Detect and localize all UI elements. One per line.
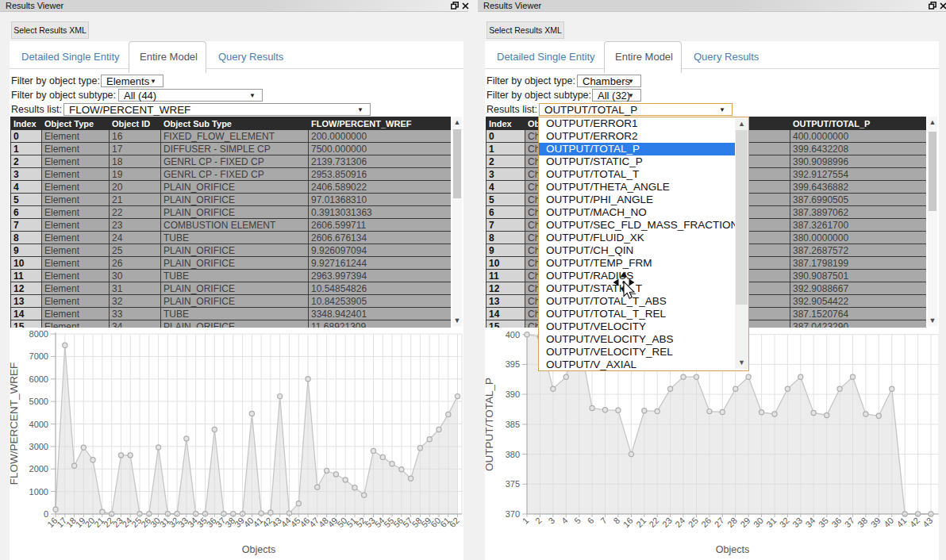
svg-text:27: 27 bbox=[713, 516, 726, 529]
svg-text:28: 28 bbox=[725, 516, 739, 529]
svg-text:380: 380 bbox=[506, 450, 520, 459]
svg-text:16: 16 bbox=[621, 516, 635, 529]
svg-text:400: 400 bbox=[506, 330, 520, 339]
svg-text:6000: 6000 bbox=[29, 374, 48, 384]
svg-text:43: 43 bbox=[921, 516, 934, 529]
svg-text:Objects: Objects bbox=[716, 544, 749, 555]
svg-text:4000: 4000 bbox=[29, 420, 48, 429]
svg-text:36: 36 bbox=[829, 516, 843, 529]
svg-text:6: 6 bbox=[586, 516, 596, 526]
svg-text:2000: 2000 bbox=[29, 464, 48, 474]
svg-text:37: 37 bbox=[843, 516, 856, 529]
svg-text:7: 7 bbox=[598, 516, 609, 526]
svg-text:4: 4 bbox=[560, 516, 570, 526]
svg-text:3000: 3000 bbox=[29, 442, 48, 451]
svg-text:370: 370 bbox=[506, 509, 520, 519]
svg-text:32: 32 bbox=[778, 516, 791, 529]
svg-text:23: 23 bbox=[660, 516, 674, 529]
svg-text:8000: 8000 bbox=[29, 329, 48, 339]
svg-text:385: 385 bbox=[506, 420, 520, 429]
svg-text:26: 26 bbox=[699, 516, 713, 529]
svg-text:30: 30 bbox=[752, 516, 765, 529]
svg-text:375: 375 bbox=[506, 479, 520, 489]
svg-text:390: 390 bbox=[506, 389, 520, 399]
svg-text:40: 40 bbox=[882, 516, 895, 529]
svg-text:41: 41 bbox=[894, 516, 908, 529]
svg-text:7000: 7000 bbox=[29, 351, 48, 361]
svg-text:0: 0 bbox=[44, 509, 48, 519]
svg-text:5: 5 bbox=[572, 516, 583, 526]
svg-text:1000: 1000 bbox=[29, 487, 48, 497]
svg-text:22: 22 bbox=[647, 516, 660, 529]
svg-text:24: 24 bbox=[673, 516, 686, 529]
svg-text:35: 35 bbox=[817, 516, 830, 529]
svg-text:34: 34 bbox=[803, 516, 817, 529]
svg-text:395: 395 bbox=[506, 359, 520, 369]
svg-text:1: 1 bbox=[521, 516, 531, 526]
svg-text:5000: 5000 bbox=[29, 397, 48, 406]
svg-text:FLOW/PERCENT_WREF: FLOW/PERCENT_WREF bbox=[8, 362, 20, 485]
svg-text:38: 38 bbox=[856, 516, 869, 529]
svg-text:2: 2 bbox=[533, 516, 544, 526]
svg-text:29: 29 bbox=[738, 516, 752, 529]
svg-text:3: 3 bbox=[546, 516, 556, 526]
svg-text:Objects: Objects bbox=[242, 544, 275, 555]
svg-text:33: 33 bbox=[790, 516, 804, 529]
svg-text:62: 62 bbox=[448, 516, 461, 529]
svg-text:42: 42 bbox=[908, 516, 921, 529]
svg-text:39: 39 bbox=[869, 516, 883, 529]
svg-text:25: 25 bbox=[686, 516, 700, 529]
svg-text:8: 8 bbox=[611, 516, 621, 526]
svg-text:OUTPUT/TOTAL_P: OUTPUT/TOTAL_P bbox=[483, 378, 495, 471]
svg-text:31: 31 bbox=[764, 516, 778, 529]
svg-text:21: 21 bbox=[634, 516, 648, 529]
